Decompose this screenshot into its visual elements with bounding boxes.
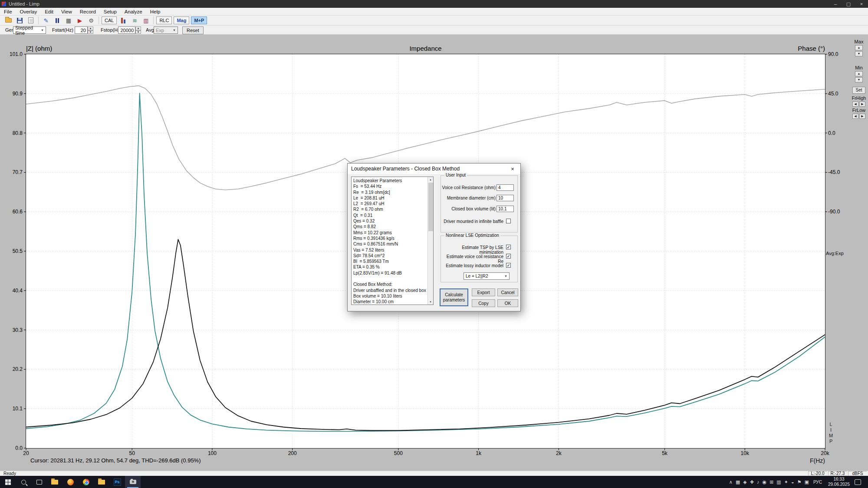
- clock[interactable]: 16:33 29.06.2025: [826, 477, 852, 487]
- menu-analyze[interactable]: Analyze: [121, 8, 146, 16]
- task-view-icon[interactable]: [31, 476, 47, 488]
- language-indicator[interactable]: РУС: [812, 480, 823, 485]
- dialog-title-bar[interactable]: Loudspeaker Parameters - Closed Box Meth…: [348, 164, 520, 174]
- max-up-button[interactable]: ▲: [855, 45, 863, 50]
- input-label: Closed box volume (lit): [442, 206, 496, 211]
- scroll-down-icon[interactable]: ▼: [428, 299, 433, 305]
- min-up-button[interactable]: ▲: [855, 71, 863, 76]
- mag-button[interactable]: Mag: [174, 16, 189, 24]
- result-line: R2 = 6.70 ohm: [353, 206, 431, 212]
- open-file-icon[interactable]: [3, 16, 13, 25]
- right-axis-title: Phase (°): [738, 45, 825, 52]
- lse-checkbox[interactable]: ✓: [506, 245, 511, 249]
- tray-icon[interactable]: ▣: [805, 476, 809, 488]
- menu-setup[interactable]: Setup: [100, 8, 121, 16]
- menu-file[interactable]: File: [0, 8, 16, 16]
- value-input[interactable]: 4: [496, 184, 514, 191]
- action-center-icon[interactable]: [855, 479, 861, 485]
- ok-button[interactable]: OK: [497, 299, 518, 307]
- minimize-button[interactable]: –: [829, 0, 842, 8]
- file-explorer-icon[interactable]: [47, 476, 62, 488]
- copy-button[interactable]: Copy: [472, 299, 495, 307]
- tray-icon[interactable]: ✚: [750, 476, 754, 488]
- system-tray: ∧▦◈✚♪◉⊞▥✦◒⚑▣ РУС 16:33 29.06.2025: [727, 476, 868, 488]
- value-input[interactable]: 10: [496, 195, 514, 201]
- dialog-close-button[interactable]: ×: [505, 164, 520, 174]
- tray-icon[interactable]: ♪: [757, 476, 760, 488]
- fstart-stepper[interactable]: ▲▼: [88, 26, 93, 34]
- value-input[interactable]: 10.1: [496, 206, 514, 212]
- spectrum-icon[interactable]: ▥: [141, 16, 151, 25]
- setup-gear-icon[interactable]: ⚙: [86, 16, 96, 25]
- right-level-readout: R:-27.3: [828, 471, 847, 476]
- tray-icon[interactable]: ▥: [776, 476, 781, 488]
- z-tick-label: 40.4: [3, 288, 23, 294]
- chrome-icon[interactable]: [78, 476, 94, 488]
- frlow-stepper[interactable]: ◀▶: [851, 114, 867, 119]
- chevron-down-icon: ▼: [504, 275, 507, 278]
- parameters-results-box[interactable]: ▲ ▼ Loudspeaker ParametersFs = 53.44 HzR…: [351, 177, 434, 305]
- title-bar: Untitled - Limp – ▢ ×: [0, 0, 868, 8]
- folder-icon[interactable]: [94, 476, 109, 488]
- fstop-input[interactable]: 20000: [118, 26, 135, 34]
- z-tick-label: 80.8: [3, 130, 23, 136]
- fstart-input[interactable]: 20: [75, 26, 88, 34]
- export-page-icon[interactable]: [26, 16, 36, 25]
- generator-type-select[interactable]: Stepped Sine▼: [13, 26, 46, 34]
- maximize-button[interactable]: ▢: [842, 0, 855, 8]
- scroll-up-icon[interactable]: ▲: [428, 177, 433, 182]
- edit-pencil-icon[interactable]: ✎: [41, 16, 51, 25]
- menu-help[interactable]: Help: [146, 8, 164, 16]
- menu-record[interactable]: Record: [76, 8, 100, 16]
- rlc-button[interactable]: RLC: [156, 16, 172, 24]
- windows-taskbar: Ps ∧▦◈✚♪◉⊞▥✦◒⚑▣ РУС 16:33 29.06.2025: [0, 476, 868, 488]
- result-line: Qt = 0.31: [353, 213, 431, 218]
- tray-icon[interactable]: ∧: [729, 476, 733, 488]
- phase-tick-label: 0.0: [828, 130, 835, 136]
- lse-checkbox[interactable]: ✓: [506, 254, 511, 259]
- avg-mode-readout: Avg:Exp: [826, 251, 844, 256]
- pause-icon[interactable]: [52, 16, 62, 25]
- tray-icon[interactable]: ⊞: [769, 476, 773, 488]
- record-start-icon[interactable]: ▶: [75, 16, 85, 25]
- cancel-button[interactable]: Cancel: [497, 288, 518, 296]
- screenshot-tool-icon[interactable]: [125, 476, 141, 488]
- menu-edit[interactable]: Edit: [41, 8, 57, 16]
- search-icon[interactable]: [16, 476, 31, 488]
- results-scrollbar[interactable]: ▲ ▼: [427, 177, 433, 305]
- frhigh-stepper[interactable]: ◀▶: [851, 102, 867, 107]
- firefox-icon[interactable]: [62, 476, 78, 488]
- data-table-icon[interactable]: ▦: [63, 16, 74, 25]
- close-button[interactable]: ×: [855, 0, 868, 8]
- baffle-checkbox[interactable]: [506, 219, 511, 223]
- level-bars-icon[interactable]: [118, 16, 128, 25]
- photoshop-icon[interactable]: Ps: [109, 476, 125, 488]
- max-down-button[interactable]: ▼: [855, 51, 863, 56]
- avg-select[interactable]: Exp▼: [154, 26, 178, 34]
- start-button[interactable]: [0, 476, 16, 488]
- tray-icon[interactable]: ▦: [736, 476, 740, 488]
- reset-button[interactable]: Reset: [182, 26, 204, 34]
- lse-checkbox[interactable]: ✓: [506, 263, 511, 268]
- menu-view[interactable]: View: [57, 8, 76, 16]
- tray-icon[interactable]: ✦: [784, 476, 788, 488]
- calculate-parameters-button[interactable]: Calculate parameters: [440, 288, 468, 306]
- set-button[interactable]: Set: [852, 87, 865, 94]
- scrollbar-thumb[interactable]: [428, 183, 433, 231]
- overlay-curves-icon[interactable]: ≋: [129, 16, 140, 25]
- tray-icon[interactable]: ◉: [763, 476, 767, 488]
- fstop-stepper[interactable]: ▲▼: [135, 26, 141, 34]
- tray-icon[interactable]: ⚑: [797, 476, 802, 488]
- tray-icon[interactable]: ◒: [791, 476, 794, 488]
- dialog-title: Loudspeaker Parameters - Closed Box Meth…: [351, 166, 460, 172]
- result-line: Vas = 7.52 liters: [353, 247, 431, 253]
- freq-tick-label: 20: [9, 450, 43, 456]
- save-file-icon[interactable]: [14, 16, 25, 25]
- mp-button[interactable]: M+P: [191, 16, 207, 24]
- tray-icon[interactable]: ◈: [743, 476, 746, 488]
- menu-overlay[interactable]: Overlay: [16, 8, 41, 16]
- inductor-model-select[interactable]: Le + L2||R2▼: [464, 272, 510, 280]
- export-button[interactable]: Export: [472, 288, 495, 296]
- min-down-button[interactable]: ▼: [855, 77, 863, 82]
- cal-button[interactable]: CAL: [102, 16, 117, 24]
